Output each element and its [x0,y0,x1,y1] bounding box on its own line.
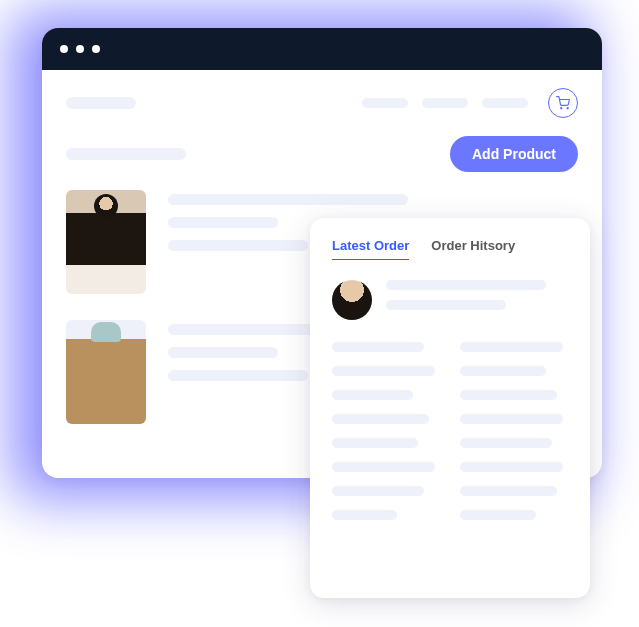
order-user-row [332,280,568,320]
cart-button[interactable] [548,88,578,118]
product-image [66,190,146,294]
order-column-left [332,342,440,534]
subheader: Add Product [42,126,602,190]
window-titlebar [42,28,602,70]
order-details [332,342,568,534]
tab-order-history[interactable]: Order Hitsory [431,238,515,260]
nav-item-placeholder[interactable] [362,98,408,108]
window-control-dot[interactable] [92,45,100,53]
svg-point-1 [567,108,568,109]
header-nav [362,88,578,118]
header [42,70,602,126]
window-control-dot[interactable] [76,45,84,53]
text-placeholder [332,486,424,496]
text-placeholder [168,370,308,381]
text-placeholder [332,366,435,376]
order-tabs: Latest Order Order Hitsory [332,238,568,260]
text-placeholder [460,510,536,520]
text-placeholder [332,390,413,400]
text-placeholder [460,462,563,472]
window-control-dot[interactable] [60,45,68,53]
nav-item-placeholder[interactable] [482,98,528,108]
text-placeholder [460,390,557,400]
text-placeholder [168,240,308,251]
order-user-info [386,280,568,320]
product-image [66,320,146,424]
cart-icon [556,96,570,110]
text-placeholder [460,486,557,496]
text-placeholder [460,342,563,352]
text-placeholder [460,366,546,376]
order-panel: Latest Order Order Hitsory [310,218,590,598]
text-placeholder [332,510,397,520]
nav-item-placeholder[interactable] [422,98,468,108]
order-column-right [460,342,568,534]
text-placeholder [168,347,278,358]
text-placeholder [460,414,563,424]
avatar [332,280,372,320]
text-placeholder [168,217,278,228]
text-placeholder [332,462,435,472]
text-placeholder [332,438,418,448]
svg-point-0 [561,108,562,109]
page-title-placeholder [66,148,186,160]
text-placeholder [332,342,424,352]
text-placeholder [460,438,552,448]
text-placeholder [168,194,408,205]
add-product-button[interactable]: Add Product [450,136,578,172]
tab-latest-order[interactable]: Latest Order [332,238,409,260]
logo-placeholder [66,97,136,109]
text-placeholder [332,414,429,424]
text-placeholder [386,300,506,310]
text-placeholder [386,280,546,290]
